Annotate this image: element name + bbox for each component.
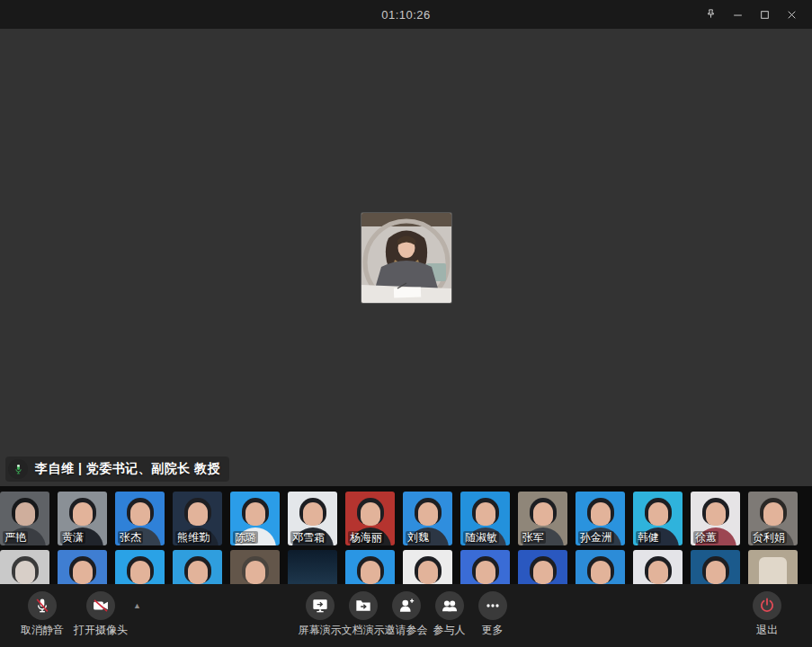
avatar-face (418, 561, 438, 584)
participants-button[interactable]: 参与人 (428, 591, 471, 638)
participant-tile[interactable]: 贠利娟 (748, 492, 798, 545)
participant-row-2 (0, 550, 798, 584)
participant-tile[interactable] (58, 550, 107, 584)
participant-tile[interactable] (288, 550, 337, 584)
avatar-face (476, 502, 495, 526)
title-bar: 01:10:26 (0, 0, 812, 29)
pin-icon[interactable] (697, 0, 724, 29)
unmute-label: 取消静音 (21, 623, 64, 638)
speaker-mic-icon (8, 459, 28, 479)
participant-tile[interactable]: 严艳 (0, 492, 49, 545)
participant-tile[interactable] (691, 550, 740, 584)
avatar-face (591, 561, 611, 584)
avatar-face (763, 502, 783, 526)
unmute-button[interactable]: 取消静音 (16, 591, 68, 638)
screen-share-icon (306, 591, 335, 620)
minimize-icon[interactable] (724, 0, 751, 29)
active-speaker-video[interactable] (361, 213, 451, 303)
participant-name: 随淑敏 (463, 531, 499, 544)
invite-label: 邀请参会 (385, 623, 428, 638)
avatar-face (648, 502, 668, 526)
participant-tile[interactable] (460, 550, 510, 584)
participant-strip: 严艳 黄潇 张杰 熊维勤 陈璐 邓雪霜 杨海丽 刘魏 (0, 486, 812, 584)
more-button[interactable]: 更多 (471, 591, 514, 638)
participant-tile[interactable]: 杨海丽 (345, 492, 395, 545)
open-camera-label: 打开摄像头 (74, 623, 128, 638)
participant-tile[interactable] (230, 550, 280, 584)
participant-tile[interactable]: 邓雪霜 (288, 492, 337, 545)
exit-controls: 退出 (744, 591, 790, 638)
avatar-face (418, 502, 438, 526)
meeting-actions: 屏幕演示 文档演示 邀 (299, 591, 514, 638)
participant-tile[interactable]: 陈璐 (230, 492, 280, 545)
avatar-face (648, 561, 668, 584)
screen-share-label: 屏幕演示 (299, 623, 342, 638)
avatar-face (15, 561, 35, 584)
main-stage: 李自维 | 党委书记、副院长 教授 (0, 29, 812, 486)
invite-person-plus-icon (392, 591, 421, 620)
participant-tile[interactable] (115, 550, 165, 584)
participant-tile[interactable]: 徐蕙 (691, 492, 740, 545)
meeting-window: 01:10:26 (0, 0, 812, 647)
more-ellipsis-icon (478, 591, 507, 620)
participant-name: 黄潇 (60, 531, 85, 544)
more-label: 更多 (482, 623, 504, 638)
participant-tile[interactable]: 孙金洲 (576, 492, 625, 545)
power-icon (753, 591, 781, 620)
participant-tile[interactable]: 刘魏 (403, 492, 452, 545)
maximize-icon[interactable] (751, 0, 778, 29)
participant-tile[interactable]: 韩健 (633, 492, 683, 545)
speaker-name: 李自维 | 党委书记、副院长 教授 (35, 461, 220, 477)
avatar-face (73, 502, 93, 526)
participant-name: 张杰 (118, 531, 143, 544)
participant-tile[interactable]: 随淑敏 (460, 492, 510, 545)
meeting-timer: 01:10:26 (381, 8, 431, 22)
close-icon[interactable] (778, 0, 805, 29)
participant-name: 徐蕙 (693, 531, 718, 544)
camera-off-icon (86, 591, 115, 620)
control-bar: 取消静音 打开摄像头 ▲ (0, 584, 812, 647)
participant-name: 刘魏 (406, 531, 431, 544)
doc-share-icon (349, 591, 378, 620)
doc-share-button[interactable]: 文档演示 (342, 591, 385, 638)
participant-tile[interactable] (0, 550, 49, 584)
window-controls (697, 0, 805, 29)
participant-tile[interactable] (518, 550, 567, 584)
participant-name: 杨海丽 (348, 531, 384, 544)
avatar-face (361, 502, 380, 526)
participant-row-1: 严艳 黄潇 张杰 熊维勤 陈璐 邓雪霜 杨海丽 刘魏 (0, 492, 798, 545)
avatar-face (73, 561, 93, 584)
participant-tile[interactable]: 熊维勤 (173, 492, 222, 545)
participants-label: 参与人 (433, 623, 466, 638)
participant-tile[interactable]: 张杰 (115, 492, 165, 545)
participant-tile[interactable] (173, 550, 222, 584)
participant-name: 严艳 (3, 531, 28, 544)
active-speaker-info: 李自维 | 党委书记、副院长 教授 (5, 456, 229, 482)
participants-people-icon (435, 591, 464, 620)
avatar-face (130, 561, 150, 584)
open-camera-button[interactable]: 打开摄像头 (68, 591, 133, 638)
avatar-face (303, 502, 323, 526)
participant-name: 贠利娟 (751, 531, 787, 544)
participant-name: 陈璐 (233, 531, 258, 544)
participant-name: 邓雪霜 (290, 531, 326, 544)
participant-name: 熊维勤 (175, 531, 211, 544)
participant-tile[interactable] (576, 550, 625, 584)
participant-tile[interactable] (748, 550, 798, 584)
participant-tile[interactable]: 黄潇 (58, 492, 107, 545)
avatar-face (706, 561, 726, 584)
exit-button[interactable]: 退出 (744, 591, 790, 638)
screen-share-button[interactable]: 屏幕演示 (299, 591, 342, 638)
participant-tile[interactable] (345, 550, 395, 584)
participant-name: 孙金洲 (578, 531, 614, 544)
participant-tile[interactable] (403, 550, 452, 584)
participant-tile[interactable]: 张军 (518, 492, 567, 545)
avatar-face (188, 502, 208, 526)
avatar-face (533, 561, 553, 584)
camera-options-caret-icon[interactable]: ▲ (133, 602, 141, 610)
avatar-face (361, 561, 380, 584)
avatar-face (245, 561, 265, 584)
participant-tile[interactable] (633, 550, 683, 584)
invite-button[interactable]: 邀请参会 (385, 591, 428, 638)
avatar-face (591, 502, 611, 526)
